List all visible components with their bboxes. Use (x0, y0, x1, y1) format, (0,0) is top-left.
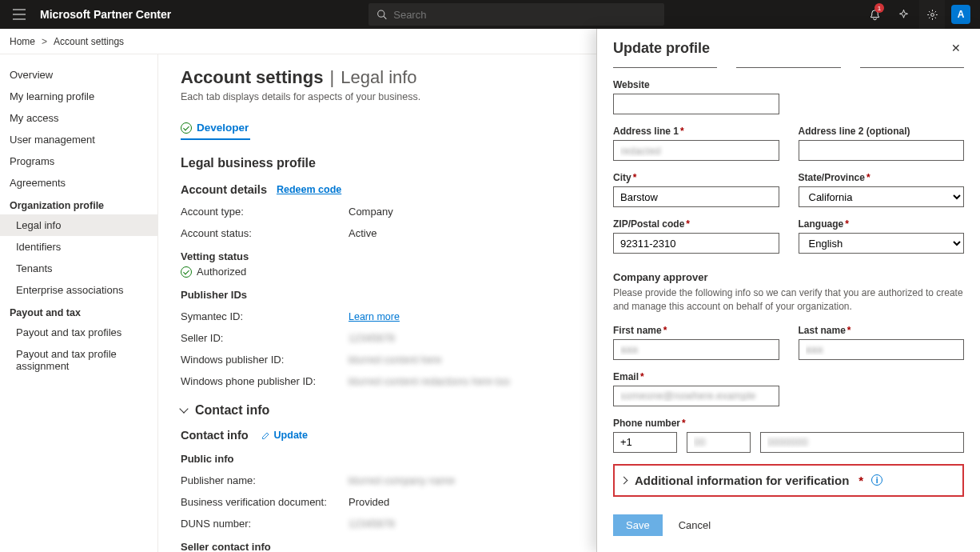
vetting-value: Authorized (197, 266, 246, 278)
pencil-icon (261, 430, 271, 440)
city-label: City* (613, 172, 779, 183)
addr1-input[interactable] (613, 140, 779, 161)
additional-info-accordion[interactable]: Additional information for verification … (613, 464, 964, 497)
email-label: Email* (613, 371, 779, 382)
website-label: Website (613, 79, 779, 90)
bver-label: Business verification document: (181, 496, 349, 508)
symantec-label: Symantec ID: (181, 310, 349, 322)
nav-programs[interactable]: Programs (0, 150, 157, 172)
win-pub-label: Windows publisher ID: (181, 354, 349, 366)
redeem-code-link[interactable]: Redeem code (277, 184, 341, 195)
publisher-name-value: blurred company name (349, 474, 455, 486)
zip-label: ZIP/Postal code* (613, 218, 779, 230)
last-name-label: Last name* (799, 325, 965, 336)
breadcrumb-home[interactable]: Home (10, 36, 35, 47)
nav-overview[interactable]: Overview (0, 64, 157, 86)
notifications-icon[interactable]: 1 (862, 0, 887, 29)
phone-country-input[interactable] (613, 432, 677, 453)
contact-info-heading: Contact info (181, 429, 249, 442)
addr2-input[interactable] (799, 140, 965, 161)
nav-user-mgmt[interactable]: User management (0, 129, 157, 150)
left-nav: Overview My learning profile My access U… (0, 54, 158, 552)
phone-area-input[interactable] (687, 432, 751, 453)
search-input[interactable] (393, 9, 656, 21)
win-phone-value: blurred content redactions here too (349, 375, 510, 387)
nav-my-access[interactable]: My access (0, 107, 157, 129)
cancel-button[interactable]: Cancel (679, 519, 711, 531)
search-box[interactable] (368, 3, 664, 26)
addr1-label: Address line 1* (613, 126, 779, 137)
panel-title: Update profile (613, 40, 710, 57)
approver-hint: Please provide the following info so we … (613, 286, 964, 314)
nav-payout-profiles[interactable]: Payout and tax profiles (0, 322, 157, 343)
notification-badge: 1 (874, 3, 884, 13)
seller-id-value: 12345678 (349, 332, 395, 344)
top-bar: Microsoft Partner Center 1 A (0, 0, 980, 29)
account-type-value: Company (349, 206, 393, 218)
brand-title: Microsoft Partner Center (38, 8, 171, 21)
avatar[interactable]: A (948, 0, 974, 29)
zip-input[interactable] (613, 233, 779, 254)
last-name-input[interactable] (799, 339, 965, 360)
nav-group-org: Organization profile (0, 194, 157, 214)
win-pub-value: blurred content here (349, 354, 441, 366)
seller-id-label: Seller ID: (181, 332, 349, 344)
first-name-label: First name* (613, 325, 779, 336)
state-select[interactable]: California (799, 186, 965, 207)
nav-enterprise[interactable]: Enterprise associations (0, 279, 157, 301)
close-icon[interactable]: ✕ (948, 38, 964, 58)
svg-point-1 (930, 13, 934, 16)
phone-number-input[interactable] (760, 432, 964, 453)
account-status-value: Active (349, 227, 376, 239)
learn-more-link[interactable]: Learn more (349, 311, 400, 322)
account-status-label: Account status: (181, 227, 349, 239)
chevron-right-icon: > (42, 36, 47, 47)
approver-heading: Company approver (613, 271, 964, 283)
search-icon (376, 9, 387, 20)
update-profile-panel: Update profile ✕ Website Address line 1*… (596, 29, 980, 552)
chevron-right-icon (620, 476, 628, 484)
nav-group-payout: Payout and tax (0, 301, 157, 322)
lang-label: Language* (799, 218, 965, 230)
nav-legal-info[interactable]: Legal info (0, 214, 157, 236)
hamburger-icon[interactable] (6, 9, 32, 20)
svg-point-0 (378, 10, 384, 17)
gear-icon[interactable] (919, 0, 945, 29)
nav-identifiers[interactable]: Identifiers (0, 236, 157, 258)
check-icon (181, 122, 192, 134)
nav-payout-assign[interactable]: Payout and tax profile assignment (0, 343, 157, 377)
phone-label: Phone number* (613, 418, 964, 429)
update-link[interactable]: Update (261, 430, 308, 441)
nav-agreements[interactable]: Agreements (0, 172, 157, 194)
duns-label: DUNS number: (181, 518, 349, 530)
save-button[interactable]: Save (613, 514, 663, 536)
website-input[interactable] (613, 94, 779, 114)
sparkle-icon[interactable] (890, 0, 916, 29)
city-input[interactable] (613, 186, 779, 207)
tab-developer[interactable]: Developer (181, 117, 250, 140)
duns-value: 12345678 (349, 518, 395, 530)
win-phone-label: Windows phone publisher ID: (181, 375, 349, 387)
addr2-label: Address line 2 (optional) (799, 126, 965, 137)
nav-my-learning[interactable]: My learning profile (0, 86, 157, 107)
nav-tenants[interactable]: Tenants (0, 258, 157, 279)
state-label: State/Province* (799, 172, 965, 183)
info-icon: i (871, 474, 882, 486)
account-type-label: Account type: (181, 206, 349, 218)
check-icon (181, 266, 192, 278)
email-input[interactable] (613, 386, 779, 406)
bver-value: Provided (349, 496, 389, 508)
lang-select[interactable]: English (799, 233, 965, 254)
breadcrumb-current: Account settings (54, 36, 124, 47)
chevron-down-icon (179, 404, 188, 413)
first-name-input[interactable] (613, 339, 779, 360)
publisher-name-label: Publisher name: (181, 474, 349, 486)
